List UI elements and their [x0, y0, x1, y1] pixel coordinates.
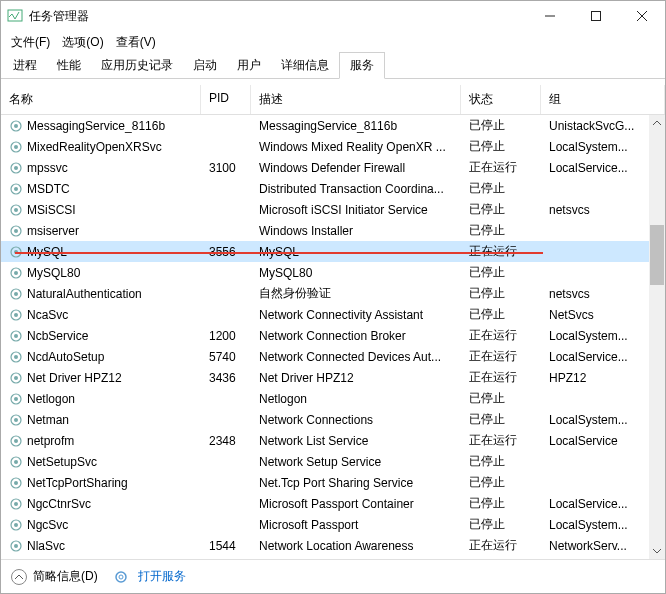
table-row[interactable]: MySQL80MySQL80已停止 — [1, 262, 665, 283]
menu-options[interactable]: 选项(O) — [56, 32, 109, 53]
tab-2[interactable]: 应用历史记录 — [91, 53, 183, 78]
table-row[interactable]: NaturalAuthentication自然身份验证已停止netsvcs — [1, 283, 665, 304]
table-row[interactable]: MySQL3556MySQL正在运行 — [1, 241, 665, 262]
table-row[interactable]: NetmanNetwork Connections已停止LocalSystem.… — [1, 409, 665, 430]
service-icon — [9, 413, 23, 427]
tab-0[interactable]: 进程 — [3, 53, 47, 78]
col-desc[interactable]: 描述 — [251, 85, 461, 114]
table-row[interactable]: netprofm2348Network List Service正在运行Loca… — [1, 430, 665, 451]
chevron-up-icon — [11, 569, 27, 585]
service-pid: 2348 — [201, 434, 251, 448]
service-status: 已停止 — [461, 306, 541, 323]
table-row[interactable]: MSiSCSIMicrosoft iSCSI Initiator Service… — [1, 199, 665, 220]
service-name: NetSetupSvc — [27, 455, 97, 469]
table-row[interactable]: NlaSvc1544Network Location Awareness正在运行… — [1, 535, 665, 556]
tab-3[interactable]: 启动 — [183, 53, 227, 78]
app-icon — [7, 8, 23, 24]
svg-point-36 — [14, 439, 18, 443]
table-row[interactable]: NgcSvcMicrosoft Passport已停止LocalSystem..… — [1, 514, 665, 535]
service-icon — [9, 497, 23, 511]
table-row[interactable]: mpssvc3100Windows Defender Firewall正在运行L… — [1, 157, 665, 178]
service-desc: Network Connection Broker — [251, 329, 461, 343]
service-name: netprofm — [27, 434, 74, 448]
scroll-down-button[interactable] — [649, 543, 665, 559]
service-desc: Net.Tcp Port Sharing Service — [251, 476, 461, 490]
service-name: MySQL — [27, 245, 67, 259]
svg-point-40 — [14, 481, 18, 485]
col-name[interactable]: 名称 — [1, 85, 201, 114]
tab-4[interactable]: 用户 — [227, 53, 271, 78]
table-row[interactable]: NetTcpPortSharingNet.Tcp Port Sharing Se… — [1, 472, 665, 493]
scroll-thumb[interactable] — [650, 225, 664, 285]
service-icon — [9, 119, 23, 133]
service-pid: 1200 — [201, 329, 251, 343]
table-row[interactable]: NgcCtnrSvcMicrosoft Passport Container已停… — [1, 493, 665, 514]
service-group: LocalService... — [541, 497, 665, 511]
fewer-details-button[interactable]: 简略信息(D) — [11, 568, 98, 585]
service-status: 正在运行 — [461, 348, 541, 365]
service-desc: Netlogon — [251, 392, 461, 406]
vertical-scrollbar[interactable] — [649, 115, 665, 559]
tab-5[interactable]: 详细信息 — [271, 53, 339, 78]
minimize-button[interactable] — [527, 1, 573, 31]
tab-6[interactable]: 服务 — [339, 52, 385, 79]
service-group: LocalSystem... — [541, 329, 665, 343]
svg-point-8 — [14, 145, 18, 149]
svg-point-34 — [14, 418, 18, 422]
service-name: mpssvc — [27, 161, 68, 175]
menu-file[interactable]: 文件(F) — [5, 32, 56, 53]
service-desc: Windows Installer — [251, 224, 461, 238]
service-pid: 3436 — [201, 371, 251, 385]
table-row[interactable]: NcbService1200Network Connection Broker正… — [1, 325, 665, 346]
service-desc: Microsoft iSCSI Initiator Service — [251, 203, 461, 217]
service-icon — [9, 455, 23, 469]
service-status: 已停止 — [461, 117, 541, 134]
service-status: 已停止 — [461, 411, 541, 428]
service-name: MSiSCSI — [27, 203, 76, 217]
service-pid: 1544 — [201, 539, 251, 553]
table-row[interactable]: msiserverWindows Installer已停止 — [1, 220, 665, 241]
service-icon — [9, 224, 23, 238]
service-name: NcbService — [27, 329, 88, 343]
col-status[interactable]: 状态 — [461, 85, 541, 114]
rows-container: MessagingService_8116bMessagingService_8… — [1, 115, 665, 559]
table-row[interactable]: MixedRealityOpenXRSvcWindows Mixed Reali… — [1, 136, 665, 157]
service-desc: 自然身份验证 — [251, 285, 461, 302]
col-pid[interactable]: PID — [201, 85, 251, 114]
table-row[interactable]: NetSetupSvcNetwork Setup Service已停止 — [1, 451, 665, 472]
table-row[interactable]: MessagingService_8116bMessagingService_8… — [1, 115, 665, 136]
service-group: LocalSystem... — [541, 413, 665, 427]
service-status: 正在运行 — [461, 369, 541, 386]
table-row[interactable]: NcdAutoSetup5740Network Connected Device… — [1, 346, 665, 367]
svg-point-12 — [14, 187, 18, 191]
menu-bar: 文件(F) 选项(O) 查看(V) — [1, 31, 665, 53]
service-icon — [9, 287, 23, 301]
scroll-up-button[interactable] — [649, 115, 665, 131]
close-button[interactable] — [619, 1, 665, 31]
service-desc: Distributed Transaction Coordina... — [251, 182, 461, 196]
svg-point-38 — [14, 460, 18, 464]
maximize-button[interactable] — [573, 1, 619, 31]
service-status: 正在运行 — [461, 432, 541, 449]
service-status: 正在运行 — [461, 159, 541, 176]
col-group[interactable]: 组 — [541, 85, 665, 114]
open-services-button[interactable]: 打开服务 — [114, 568, 186, 585]
tab-1[interactable]: 性能 — [47, 53, 91, 78]
service-group: UnistackSvcG... — [541, 119, 665, 133]
table-row[interactable]: Net Driver HPZ123436Net Driver HPZ12正在运行… — [1, 367, 665, 388]
table-row[interactable]: NcaSvcNetwork Connectivity Assistant已停止N… — [1, 304, 665, 325]
service-icon — [9, 140, 23, 154]
service-name: NcaSvc — [27, 308, 68, 322]
service-name: NcdAutoSetup — [27, 350, 104, 364]
service-status: 已停止 — [461, 222, 541, 239]
menu-view[interactable]: 查看(V) — [110, 32, 162, 53]
service-desc: Network Location Awareness — [251, 539, 461, 553]
service-desc: MySQL80 — [251, 266, 461, 280]
service-group: LocalService... — [541, 350, 665, 364]
table-row[interactable]: MSDTCDistributed Transaction Coordina...… — [1, 178, 665, 199]
service-status: 已停止 — [461, 495, 541, 512]
table-row[interactable]: NetlogonNetlogon已停止 — [1, 388, 665, 409]
service-icon — [9, 308, 23, 322]
service-icon — [9, 476, 23, 490]
service-name: MessagingService_8116b — [27, 119, 165, 133]
